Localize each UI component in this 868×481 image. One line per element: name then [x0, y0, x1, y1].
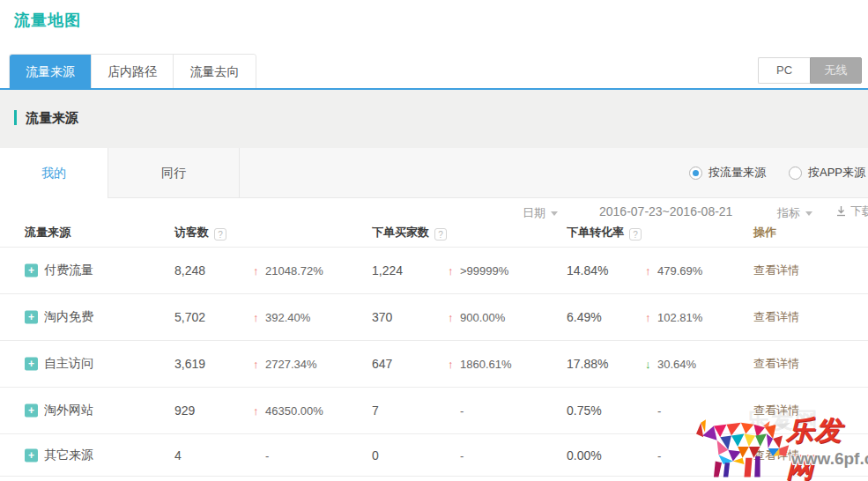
col-header-action: 操作 [753, 225, 776, 240]
main-tabbar: 流量来源 店内路径 流量去向 PC 无线 [0, 55, 868, 90]
buyers-change: ·- [448, 404, 464, 418]
col-header-visitors: 访客数? [174, 225, 226, 240]
source-name: 淘外网站 [44, 403, 93, 418]
trend-arrow-icon: ↑ [645, 264, 657, 278]
source-mode-radios: 按流量来源 按APP来源 [689, 165, 865, 181]
traffic-source-table: 流量来源 访客数? 下单买家数? 下单转化率? 操作 + 付费流量 8,248 … [0, 218, 868, 477]
visitors-value: 5,702 [174, 310, 205, 324]
expand-plus-icon[interactable]: + [25, 264, 38, 278]
view-details-link[interactable]: 查看详情 [753, 263, 799, 278]
tab-traffic-source[interactable]: 流量来源 [10, 55, 92, 88]
trend-arrow-icon: ↑ [448, 311, 460, 324]
conversion-change: ↑479.69% [645, 264, 702, 278]
trend-arrow-icon: ↑ [253, 311, 265, 324]
trend-arrow-icon: ↑ [448, 358, 460, 371]
chevron-down-icon [551, 211, 558, 216]
radio-label: 按流量来源 [708, 165, 766, 181]
source-name: 淘内免费 [44, 309, 93, 325]
conversion-value: 17.88% [567, 357, 608, 371]
table-row: + 自主访问 3,619 ↑2727.34% 647 ↑1860.61% 17.… [0, 340, 868, 387]
visitors-value: 929 [174, 403, 195, 418]
source-name: 自主访问 [44, 356, 93, 372]
expand-plus-icon[interactable]: + [25, 448, 38, 462]
source-name: 付费流量 [44, 263, 93, 278]
buyers-value: 647 [372, 357, 392, 371]
metric-dropdown-label: 指标 [777, 206, 800, 219]
radio-by-traffic-source[interactable]: 按流量来源 [689, 165, 766, 181]
date-range-value: 2016-07-23~2016-08-21 [599, 204, 732, 218]
conversion-change: ↓30.64% [645, 358, 696, 371]
buyers-change: ↑1860.61% [448, 358, 512, 371]
section-header: 流量来源 日期 2016-07-23~2016-08-21 指标 下载 [0, 90, 868, 148]
trend-arrow-icon: ↑ [253, 358, 265, 371]
help-icon[interactable]: ? [629, 228, 642, 240]
buyers-value: 7 [372, 403, 379, 418]
trend-arrow-icon: ↑ [645, 311, 657, 324]
view-details-link[interactable]: 查看详情 [753, 403, 799, 418]
conversion-value: 14.84% [567, 263, 608, 278]
table-row: + 淘外网站 929 ↑46350.00% 7 ·- 0.75% ·- 查看详情 [0, 387, 868, 433]
download-button[interactable]: 下载 [835, 204, 868, 219]
radio-icon [789, 166, 802, 180]
view-details-link[interactable]: 查看详情 [753, 356, 799, 372]
tab-instore-path[interactable]: 店内路径 [92, 55, 174, 88]
expand-plus-icon[interactable]: + [25, 358, 38, 371]
buyers-change: ↑>99999% [448, 264, 508, 278]
radio-by-app-source[interactable]: 按APP来源 [789, 165, 865, 181]
device-toggle: PC 无线 [758, 57, 862, 84]
view-details-link[interactable]: 查看详情 [753, 309, 799, 325]
table-row: + 付费流量 8,248 ↑21048.72% 1,224 ↑>99999% 1… [0, 247, 868, 293]
toggle-pc-button[interactable]: PC [758, 57, 810, 84]
expand-plus-icon[interactable]: + [25, 404, 38, 418]
chevron-down-icon [805, 211, 812, 216]
col-header-conversion: 下单转化率? [567, 225, 642, 240]
toggle-wireless-button[interactable]: 无线 [810, 57, 862, 84]
conversion-change: ·- [645, 448, 661, 462]
col-header-source: 流量来源 [25, 225, 70, 240]
visitors-change: ↑2727.34% [253, 358, 317, 371]
subtab-mine[interactable]: 我的 [0, 148, 108, 198]
view-details-link[interactable]: 查看详情 [753, 448, 799, 463]
visitors-change: ·- [253, 448, 269, 462]
source-name: 其它来源 [44, 448, 93, 463]
table-row: + 淘内免费 5,702 ↑392.40% 370 ↑900.00% 6.49%… [0, 293, 868, 340]
buyers-value: 0 [372, 448, 379, 462]
trend-arrow-icon: ↑ [253, 264, 265, 278]
download-label: 下载 [850, 204, 868, 218]
conversion-value: 6.49% [567, 310, 602, 324]
table-header-row: 流量来源 访客数? 下单买家数? 下单转化率? 操作 [0, 218, 868, 247]
download-icon [835, 205, 847, 219]
help-icon[interactable]: ? [434, 228, 447, 240]
trend-arrow-icon: ↓ [645, 358, 657, 371]
date-dropdown-label: 日期 [523, 206, 545, 219]
visitors-change: ↑392.40% [253, 311, 310, 324]
radio-icon [689, 166, 702, 180]
radio-label: 按APP来源 [808, 165, 865, 181]
tab-traffic-destination[interactable]: 流量去向 [174, 55, 256, 88]
expand-plus-icon[interactable]: + [25, 311, 38, 324]
visitors-value: 3,619 [174, 357, 205, 371]
conversion-change: ·- [645, 404, 661, 418]
section-title: 流量来源 [14, 110, 78, 125]
buyers-change: ·- [448, 448, 464, 462]
visitors-change: ↑46350.00% [253, 404, 323, 418]
conversion-value: 0.75% [567, 403, 602, 418]
col-header-buyers: 下单买家数? [372, 225, 447, 240]
table-row: + 其它来源 4 ·- 0 ·- 0.00% ·- 查看详情 [0, 433, 868, 477]
buyers-change: ↑900.00% [448, 311, 505, 324]
page-title: 流量地图 [14, 10, 81, 31]
conversion-value: 0.00% [567, 448, 602, 462]
conversion-change: ↑102.81% [645, 311, 702, 324]
main-tabs: 流量来源 店内路径 流量去向 [9, 54, 256, 88]
visitors-value: 8,248 [174, 263, 205, 278]
trend-arrow-icon: ↑ [448, 264, 460, 278]
visitors-change: ↑21048.72% [253, 264, 323, 278]
help-icon[interactable]: ? [214, 228, 226, 240]
buyers-value: 1,224 [372, 263, 403, 278]
subtab-peers[interactable]: 同行 [108, 148, 240, 198]
visitors-value: 4 [174, 448, 182, 462]
trend-arrow-icon: ↑ [253, 404, 265, 418]
buyers-value: 370 [372, 310, 392, 324]
